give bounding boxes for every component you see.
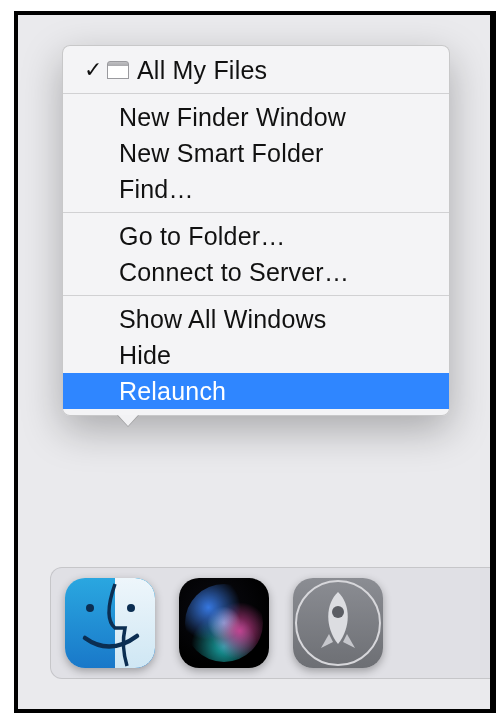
menu-item-label: Find… [119, 175, 194, 204]
menu-item-find[interactable]: Find… [63, 171, 449, 207]
menu-separator [63, 212, 449, 213]
menu-item-label: Hide [119, 341, 171, 370]
dock-app-finder[interactable] [65, 578, 155, 668]
menu-item-label: New Finder Window [119, 103, 346, 132]
checkmark-icon: ✓ [81, 57, 105, 83]
crop-edge [490, 15, 492, 709]
menu-item-new-finder-window[interactable]: New Finder Window [63, 99, 449, 135]
rocket-icon [293, 578, 383, 668]
menu-item-go-to-folder[interactable]: Go to Folder… [63, 218, 449, 254]
menu-item-label: All My Files [137, 56, 267, 85]
menu-item-new-smart-folder[interactable]: New Smart Folder [63, 135, 449, 171]
dock-app-launchpad[interactable] [293, 578, 383, 668]
menu-item-connect-to-server[interactable]: Connect to Server… [63, 254, 449, 290]
screenshot-frame: ✓ All My Files New Finder Window New Sma… [14, 11, 496, 713]
menu-item-label: Connect to Server… [119, 258, 349, 287]
siri-icon [185, 584, 263, 662]
finder-face-icon [65, 578, 155, 668]
menu-item-label: Show All Windows [119, 305, 326, 334]
menu-item-all-my-files[interactable]: ✓ All My Files [63, 52, 449, 88]
menu-item-relaunch[interactable]: Relaunch [63, 373, 449, 409]
menu-item-show-all-windows[interactable]: Show All Windows [63, 301, 449, 337]
svg-point-0 [86, 604, 94, 612]
menu-item-hide[interactable]: Hide [63, 337, 449, 373]
menu-item-label: Go to Folder… [119, 222, 286, 251]
dock-app-siri[interactable] [179, 578, 269, 668]
menu-separator [63, 295, 449, 296]
svg-point-1 [127, 604, 135, 612]
menu-item-label: Relaunch [119, 377, 226, 406]
svg-point-3 [332, 606, 344, 618]
menu-item-label: New Smart Folder [119, 139, 324, 168]
menu-separator [63, 93, 449, 94]
window-icon [107, 61, 129, 79]
finder-dock-context-menu: ✓ All My Files New Finder Window New Sma… [62, 45, 450, 416]
dock [50, 567, 492, 679]
